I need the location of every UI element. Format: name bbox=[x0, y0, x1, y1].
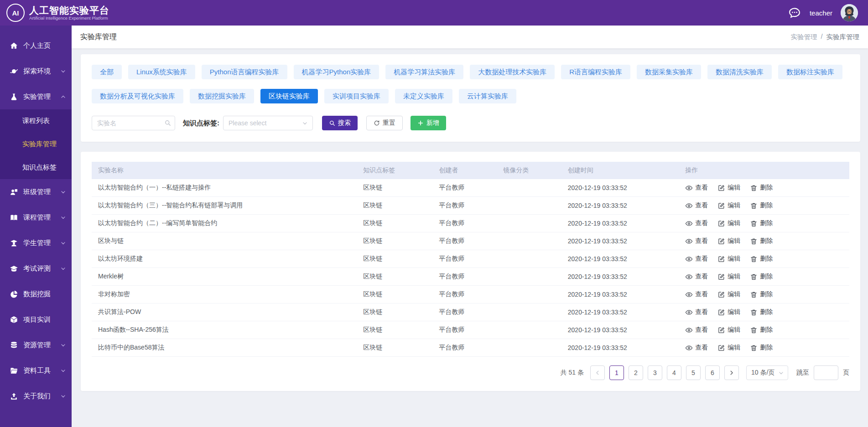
sidebar-item[interactable]: 知识点标签 bbox=[0, 156, 72, 179]
filter-tag[interactable]: R语言编程实验库 bbox=[561, 65, 630, 79]
edit-button[interactable]: 编辑 bbox=[717, 273, 740, 281]
breadcrumb-separator: / bbox=[821, 33, 822, 41]
breadcrumb-parent[interactable]: 实验管理 bbox=[790, 33, 817, 41]
username[interactable]: teacher bbox=[810, 9, 832, 17]
prev-page-button[interactable] bbox=[590, 365, 605, 380]
knowledge-tag: 区块链 bbox=[357, 237, 432, 245]
sidebar-item[interactable]: 学生管理 bbox=[0, 230, 72, 256]
delete-icon bbox=[750, 255, 758, 263]
sidebar-item[interactable]: 项目实训 bbox=[0, 307, 72, 332]
delete-button[interactable]: 删除 bbox=[750, 308, 773, 316]
page-button[interactable]: 1 bbox=[609, 365, 624, 380]
filter-tag[interactable]: 数据采集实验库 bbox=[637, 65, 701, 79]
page-button[interactable]: 4 bbox=[667, 365, 681, 380]
sidebar-item-label: 探索环境 bbox=[23, 67, 51, 76]
edit-button[interactable]: 编辑 bbox=[717, 290, 740, 298]
view-button[interactable]: 查看 bbox=[685, 273, 708, 281]
chat-icon[interactable] bbox=[788, 6, 801, 20]
filter-tag[interactable]: 全部 bbox=[92, 65, 122, 79]
sidebar-item-label: 项目实训 bbox=[23, 315, 51, 324]
chevron-down-icon bbox=[60, 94, 66, 100]
sidebar-item[interactable]: 探索环境 bbox=[0, 58, 72, 84]
view-button[interactable]: 查看 bbox=[685, 290, 708, 298]
filter-tag[interactable]: 区块链实验库 bbox=[260, 89, 318, 103]
delete-button[interactable]: 删除 bbox=[750, 219, 773, 227]
delete-button[interactable]: 删除 bbox=[750, 255, 773, 263]
view-button[interactable]: 查看 bbox=[685, 308, 708, 316]
sidebar-item[interactable]: 资料工具 bbox=[0, 358, 72, 383]
view-button[interactable]: 查看 bbox=[685, 326, 708, 334]
edit-button[interactable]: 编辑 bbox=[717, 344, 740, 352]
view-label: 查看 bbox=[695, 326, 708, 334]
filter-tag[interactable]: 数据挖掘实验库 bbox=[190, 89, 254, 103]
edit-label: 编辑 bbox=[728, 201, 740, 210]
filter-tag[interactable]: 机器学习Python实验库 bbox=[294, 65, 379, 79]
view-button[interactable]: 查看 bbox=[685, 184, 708, 192]
sidebar-item[interactable]: 考试评测 bbox=[0, 256, 72, 281]
delete-button[interactable]: 删除 bbox=[750, 184, 773, 192]
knowledge-tag-select[interactable]: Please select bbox=[223, 116, 313, 130]
filter-tag[interactable]: 数据分析及可视化实验库 bbox=[92, 89, 183, 103]
sidebar-item[interactable]: 实验管理 bbox=[0, 84, 72, 109]
reset-button[interactable]: 重置 bbox=[366, 116, 403, 130]
knowledge-tag: 区块链 bbox=[357, 344, 432, 352]
creator: 平台教师 bbox=[432, 273, 497, 281]
filter-tag[interactable]: 云计算实验库 bbox=[459, 89, 516, 103]
sidebar-item[interactable]: 关于我们 bbox=[0, 383, 72, 409]
filter-tag[interactable]: 实训项目实验库 bbox=[324, 89, 389, 103]
edit-button[interactable]: 编辑 bbox=[717, 237, 740, 245]
sidebar-item[interactable]: 资源管理 bbox=[0, 332, 72, 358]
edit-button[interactable]: 编辑 bbox=[717, 255, 740, 263]
sidebar-item[interactable]: 个人主页 bbox=[0, 33, 72, 58]
delete-button[interactable]: 删除 bbox=[750, 201, 773, 210]
edit-button[interactable]: 编辑 bbox=[717, 326, 740, 334]
experiment-name-input[interactable] bbox=[92, 116, 175, 130]
edit-icon bbox=[717, 237, 725, 245]
edit-button[interactable]: 编辑 bbox=[717, 201, 740, 210]
filter-tag[interactable]: 数据清洗实验库 bbox=[707, 65, 772, 79]
sidebar-item[interactable]: 数据挖掘 bbox=[0, 281, 72, 307]
experiment-name: 区块与链 bbox=[92, 237, 357, 245]
created-time: 2020-12-19 03:33:52 bbox=[561, 202, 679, 209]
next-page-button[interactable] bbox=[724, 365, 739, 380]
view-button[interactable]: 查看 bbox=[685, 237, 708, 245]
edit-button[interactable]: 编辑 bbox=[717, 308, 740, 316]
delete-button[interactable]: 删除 bbox=[750, 344, 773, 352]
page-button[interactable]: 3 bbox=[648, 365, 662, 380]
search-button[interactable]: 搜索 bbox=[322, 116, 358, 130]
table-row: 共识算法-POW 区块链 平台教师 2020-12-19 03:33:52 查看 bbox=[92, 304, 849, 321]
view-button[interactable]: 查看 bbox=[685, 255, 708, 263]
sidebar-item[interactable]: 实验库管理 bbox=[0, 133, 72, 156]
edit-button[interactable]: 编辑 bbox=[717, 184, 740, 192]
logo-text: AI bbox=[12, 9, 19, 17]
view-button[interactable]: 查看 bbox=[685, 219, 708, 227]
filter-tag[interactable]: 大数据处理技术实验库 bbox=[470, 65, 555, 79]
delete-button[interactable]: 删除 bbox=[750, 237, 773, 245]
avatar[interactable] bbox=[841, 4, 858, 21]
delete-button[interactable]: 删除 bbox=[750, 290, 773, 298]
edit-icon bbox=[717, 273, 725, 281]
filter-tag[interactable]: 数据标注实验库 bbox=[778, 65, 842, 79]
filter-tag[interactable]: 机器学习算法实验库 bbox=[385, 65, 463, 79]
edit-label: 编辑 bbox=[728, 344, 740, 352]
filter-tag[interactable]: Python语言编程实验库 bbox=[202, 65, 287, 79]
view-button[interactable]: 查看 bbox=[685, 344, 708, 352]
jump-page-input[interactable] bbox=[814, 365, 838, 380]
filter-tag[interactable]: 未定义实验库 bbox=[395, 89, 452, 103]
breadcrumb-bar: 实验库管理 实验管理 / 实验库管理 bbox=[72, 26, 868, 48]
filter-tag[interactable]: Linux系统实验库 bbox=[128, 65, 195, 79]
edit-button[interactable]: 编辑 bbox=[717, 219, 740, 227]
page-button[interactable]: 6 bbox=[705, 365, 720, 380]
delete-button[interactable]: 删除 bbox=[750, 326, 773, 334]
add-button[interactable]: 新增 bbox=[411, 116, 446, 130]
page-size-select[interactable]: 10 条/页 bbox=[746, 365, 788, 380]
app-subtitle: Artificial Intelligence Experiment Platf… bbox=[29, 15, 109, 21]
delete-button[interactable]: 删除 bbox=[750, 273, 773, 281]
sidebar-item[interactable]: 班级管理 bbox=[0, 179, 72, 205]
view-button[interactable]: 查看 bbox=[685, 201, 708, 210]
page-button[interactable]: 5 bbox=[686, 365, 701, 380]
creator: 平台教师 bbox=[432, 344, 497, 352]
sidebar-item[interactable]: 课程列表 bbox=[0, 109, 72, 133]
page-button[interactable]: 2 bbox=[629, 365, 643, 380]
sidebar-item[interactable]: 课程管理 bbox=[0, 205, 72, 230]
